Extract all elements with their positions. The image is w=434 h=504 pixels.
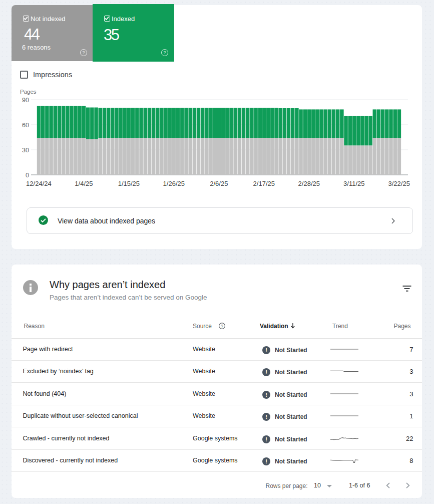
svg-text:1/26/25: 1/26/25 [163,180,185,187]
svg-text:30: 30 [22,147,29,154]
svg-text:3/22/25: 3/22/25 [388,180,410,187]
svg-text:1/15/25: 1/15/25 [118,180,140,187]
svg-text:Pages: Pages [20,89,37,95]
svg-text:2/17/25: 2/17/25 [253,180,275,187]
svg-text:60: 60 [22,122,29,129]
svg-text:2/28/25: 2/28/25 [298,180,320,187]
svg-text:3/11/25: 3/11/25 [343,180,364,187]
svg-text:1/4/25: 1/4/25 [75,180,93,187]
svg-text:90: 90 [22,97,29,104]
svg-text:12/24/24: 12/24/24 [26,180,52,187]
svg-text:2/6/25: 2/6/25 [210,180,228,187]
svg-text:0: 0 [26,172,29,179]
svg-text:?: ? [221,324,223,329]
